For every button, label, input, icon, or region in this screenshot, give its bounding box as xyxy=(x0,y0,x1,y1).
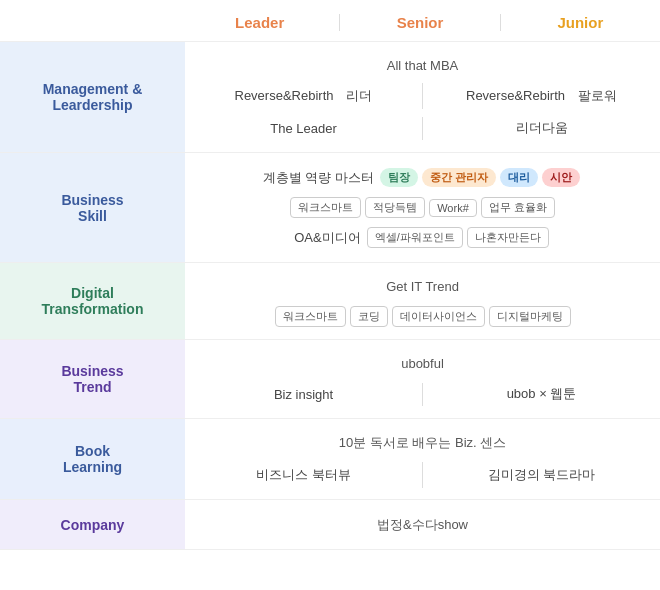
badge-daeri: 대리 xyxy=(500,168,538,187)
row-reverse-rebirth: Reverse&Rebirth 리더 Reverse&Rebirth 팔로워 xyxy=(185,80,660,112)
biz-insight: Biz insight xyxy=(185,383,423,406)
oa-label: OA&미디어 xyxy=(294,229,360,247)
row-10min: 10분 독서로 배우는 Biz. 센스 xyxy=(185,427,660,459)
row-all-that-mba: All that MBA xyxy=(185,50,660,80)
tag-digital-marketing: 디지털마케팅 xyxy=(489,306,571,327)
content-book: 10분 독서로 배우는 Biz. 센스 비즈니스 북터뷰 김미경의 북드라마 xyxy=(185,419,660,499)
row-digital-tags: 워크스마트 코딩 데이터사이언스 디지털마케팅 xyxy=(185,301,660,331)
book-drama: 김미경의 북드라마 xyxy=(423,462,660,488)
row-book-shows: 비즈니스 북터뷰 김미경의 북드라마 xyxy=(185,459,660,491)
badge-teamleader: 팀장 xyxy=(380,168,418,187)
junior-header: Junior xyxy=(501,14,660,31)
category-label-digital: DigitalTransformation xyxy=(0,263,185,339)
content-business-trend: ubobful Biz insight ubob × 웹툰 xyxy=(185,340,660,418)
badge-middle-mgr: 중간 관리자 xyxy=(422,168,496,187)
tag-worksmarts2: 워크스마트 xyxy=(275,306,346,327)
content-company: 법정&수다show xyxy=(185,500,660,549)
row-get-it-trend: Get IT Trend xyxy=(185,271,660,301)
tag-data-science: 데이터사이언스 xyxy=(392,306,485,327)
all-that-mba: All that MBA xyxy=(185,54,660,77)
category-management: Management &Leardership All that MBA Rev… xyxy=(0,42,660,153)
tag-alone: 나혼자만든다 xyxy=(467,227,549,248)
row-work-tags: 워크스마트 적당득템 Work# 업무 효율화 xyxy=(185,193,660,223)
the-leader: The Leader xyxy=(185,117,423,140)
row-the-leader: The Leader 리더다움 xyxy=(185,112,660,144)
row-ubobful: ubobful xyxy=(185,348,660,378)
row-oa-tags: OA&미디어 엑셀/파워포인트 나혼자만든다 xyxy=(185,223,660,253)
category-label-business-trend: BusinessTrend xyxy=(0,340,185,418)
get-it-trend: Get IT Trend xyxy=(185,275,660,298)
category-business-trend: BusinessTrend ubobful Biz insight ubob ×… xyxy=(0,340,660,419)
tag-coding: 코딩 xyxy=(350,306,388,327)
row-badges: 계층별 역량 마스터 팀장 중간 관리자 대리 시안 xyxy=(185,163,660,193)
tag-efficiency: 업무 효율화 xyxy=(481,197,555,218)
senior-header: Senior xyxy=(340,14,499,31)
row-company-show: 법정&수다show xyxy=(185,509,660,541)
category-label-business-skill: BusinessSkill xyxy=(0,153,185,262)
ubobful: ubobful xyxy=(185,352,660,375)
tag-jeokdang: 적당득템 xyxy=(365,197,425,218)
book-tour: 비즈니스 북터뷰 xyxy=(185,462,423,488)
category-label-company: Company xyxy=(0,500,185,549)
badge-sian: 시안 xyxy=(542,168,580,187)
category-label-management: Management &Leardership xyxy=(0,42,185,152)
column-header: Leader Senior Junior xyxy=(0,0,660,42)
ubob-webtoon: ubob × 웹툰 xyxy=(423,381,660,407)
tag-work-hash: Work# xyxy=(429,199,477,217)
content-management: All that MBA Reverse&Rebirth 리더 Reverse&… xyxy=(185,42,660,152)
tag-excel: 엑셀/파워포인트 xyxy=(367,227,463,248)
10min-book: 10분 독서로 배우는 Biz. 센스 xyxy=(185,430,660,456)
category-book: BookLearning 10분 독서로 배우는 Biz. 센스 비즈니스 북터… xyxy=(0,419,660,500)
leader-dam: 리더다움 xyxy=(423,115,660,141)
row-biz-insight: Biz insight ubob × 웹툰 xyxy=(185,378,660,410)
content-business-skill: 계층별 역량 마스터 팀장 중간 관리자 대리 시안 워크스마트 적당득템 Wo… xyxy=(185,153,660,262)
leader-header: Leader xyxy=(180,14,339,31)
tag-worksmarts: 워크스마트 xyxy=(290,197,361,218)
category-label-book: BookLearning xyxy=(0,419,185,499)
content-digital: Get IT Trend 워크스마트 코딩 데이터사이언스 디지털마케팅 xyxy=(185,263,660,339)
category-business-skill: BusinessSkill 계층별 역량 마스터 팀장 중간 관리자 대리 시안… xyxy=(0,153,660,263)
company-show: 법정&수다show xyxy=(185,512,660,538)
badges-label: 계층별 역량 마스터 xyxy=(263,169,374,187)
category-company: Company 법정&수다show xyxy=(0,500,660,550)
reverse-rebirth-follower: Reverse&Rebirth 팔로워 xyxy=(423,83,660,109)
category-digital: DigitalTransformation Get IT Trend 워크스마트… xyxy=(0,263,660,340)
reverse-rebirth-leader: Reverse&Rebirth 리더 xyxy=(185,83,423,109)
